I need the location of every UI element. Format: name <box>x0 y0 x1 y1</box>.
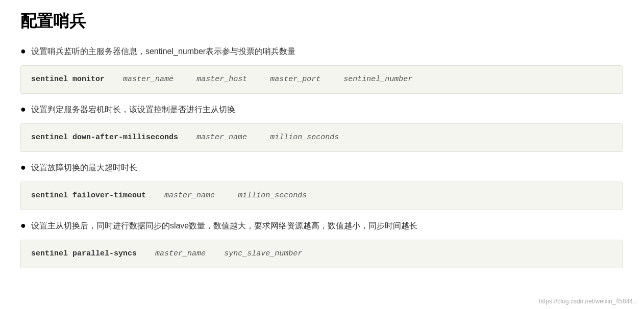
list-item: ● 设置判定服务器宕机时长，该设置控制是否进行主从切换 <box>20 103 623 116</box>
code-space <box>141 249 151 258</box>
code-block-3: sentinel failover-timeout master_name mi… <box>20 182 623 211</box>
code-space <box>210 249 219 258</box>
bullet-icon: ● <box>20 46 26 57</box>
code-keyword: sentinel failover-timeout <box>31 191 146 200</box>
code-param-million-seconds: million_seconds <box>270 133 339 142</box>
code-block-2: sentinel down-after-milliseconds master_… <box>20 123 623 152</box>
code-param-sentinel-number: sentinel_number <box>343 75 412 84</box>
page-title: 配置哨兵 <box>20 10 624 33</box>
bullet-icon: ● <box>20 220 26 231</box>
code-keyword: sentinel down-after-milliseconds <box>31 133 178 142</box>
watermark: https://blog.csdn.net/weixin_45844... <box>539 298 638 305</box>
code-param-master-name: master_name <box>196 133 247 142</box>
item-text: 设置故障切换的最大超时时长 <box>31 161 137 174</box>
list-item: ● 设置主从切换后，同时进行数据同步的slave数量，数值越大，要求网络资源越高… <box>20 219 623 233</box>
code-param-master-name: master_name <box>123 75 174 84</box>
list-item: ● 设置哨兵监听的主服务器信息，sentinel_number表示参与投票的哨兵… <box>20 45 623 58</box>
code-param-master-port: master_port <box>270 75 320 84</box>
code-block-1: sentinel monitor master_name master_host… <box>20 65 623 94</box>
code-space <box>252 133 265 142</box>
code-keyword: sentinel parallel-syncs <box>31 249 137 258</box>
code-param-sync-slave-number: sync_slave_number <box>224 249 302 258</box>
code-space <box>109 75 118 84</box>
list-item: ● 设置故障切换的最大超时时长 <box>20 161 623 174</box>
code-param-million-seconds: million_seconds <box>238 191 307 200</box>
item-text: 设置判定服务器宕机时长，该设置控制是否进行主从切换 <box>31 103 235 116</box>
item-text: 设置主从切换后，同时进行数据同步的slave数量，数值越大，要求网络资源越高，数… <box>31 219 417 233</box>
main-content: ● 设置哨兵监听的主服务器信息，sentinel_number表示参与投票的哨兵… <box>20 45 623 268</box>
code-space <box>151 191 160 200</box>
code-space <box>325 75 339 84</box>
code-space <box>178 75 192 84</box>
item-text: 设置哨兵监听的主服务器信息，sentinel_number表示参与投票的哨兵数量 <box>31 45 295 58</box>
code-space <box>219 191 233 200</box>
bullet-icon: ● <box>20 104 26 115</box>
code-param-master-name: master_name <box>155 249 206 258</box>
code-param-master-host: master_host <box>196 75 247 84</box>
code-space <box>183 133 192 142</box>
bullet-icon: ● <box>20 162 26 173</box>
code-keyword: sentinel monitor <box>31 75 105 84</box>
code-space <box>252 75 265 84</box>
code-block-4: sentinel parallel-syncs master_name sync… <box>20 240 623 269</box>
code-param-master-name: master_name <box>164 191 215 200</box>
